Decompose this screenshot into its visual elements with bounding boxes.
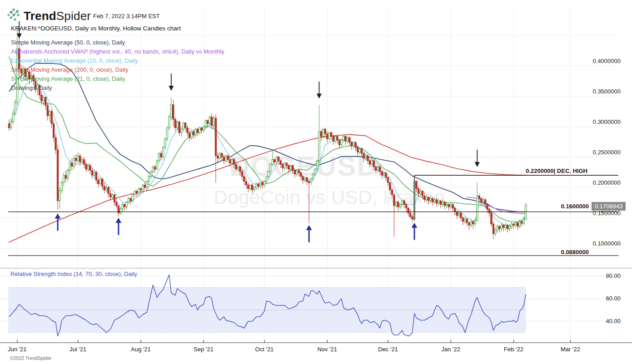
indicator-label-drawings[interactable]: Drawings, Daily bbox=[11, 84, 224, 93]
month-label: Jan '22 bbox=[442, 346, 461, 353]
month-label: Nov '21 bbox=[317, 346, 337, 353]
price-tick-label: 0.2000000 bbox=[580, 179, 621, 186]
month-label: Aug '21 bbox=[131, 346, 151, 353]
price-tick-label: 0.1500000 bbox=[580, 210, 621, 216]
rsi-indicator-label[interactable]: Relative Strength Index (14, 70, 30, clo… bbox=[10, 271, 137, 277]
month-label: Feb '22 bbox=[504, 346, 523, 353]
brand-light: Spider bbox=[56, 9, 91, 23]
month-label: Jun '21 bbox=[8, 346, 27, 353]
month-label: Mar '22 bbox=[561, 346, 580, 353]
month-label: Jul '21 bbox=[70, 346, 86, 353]
month-label: Sep '21 bbox=[194, 346, 214, 353]
brand-bold: Trend bbox=[24, 9, 56, 23]
trendspider-chart-app: DOGEUSD DogeCoin vs USD, Kraken TrendSpi… bbox=[0, 0, 632, 364]
trendspider-logo-icon[interactable] bbox=[7, 8, 21, 22]
indicator-label-vwap[interactable]: Alphatrends Anchored VWAP (highest vol.,… bbox=[11, 47, 224, 56]
indicator-label-sma21[interactable]: Simple Moving Average (21, 0, close), Da… bbox=[11, 74, 224, 84]
indicator-label-sma50[interactable]: Simple Moving Average (50, 0, close), Da… bbox=[11, 38, 224, 47]
indicator-legend: Simple Moving Average (50, 0, close), Da… bbox=[11, 38, 224, 93]
price-tick-label: 0.2500000 bbox=[580, 149, 621, 156]
month-label: Oct '21 bbox=[255, 346, 274, 353]
month-label: Dec '21 bbox=[378, 346, 398, 353]
price-tick-label: 0.1000000 bbox=[580, 240, 621, 247]
price-tick-label: 0.3000000 bbox=[580, 118, 621, 125]
price-tick-label: 0.4000000 bbox=[580, 58, 621, 64]
price-tick-label: 0.3500000 bbox=[580, 88, 621, 95]
indicator-label-ema10[interactable]: Exponential Moving Average (10, 0, close… bbox=[11, 56, 224, 65]
indicator-label-sma200[interactable]: Simple Moving Average (200, 0, close), D… bbox=[11, 65, 224, 74]
brand-logo[interactable]: TrendSpider bbox=[24, 9, 91, 23]
